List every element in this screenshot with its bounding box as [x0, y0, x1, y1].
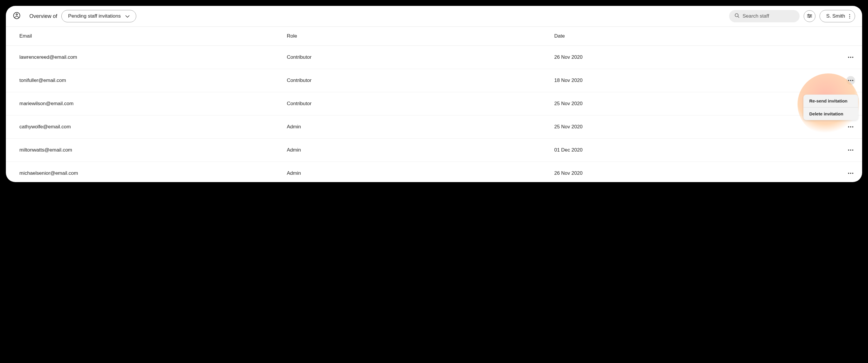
svg-point-5: [808, 14, 809, 15]
cell-role: Contributor: [287, 78, 554, 83]
user-menu-button[interactable]: S. Smith: [819, 10, 855, 22]
header-bar: Overview of Pending staff invitations: [6, 6, 862, 26]
cell-role: Contributor: [287, 54, 554, 60]
cell-role: Admin: [287, 170, 554, 176]
cell-actions: [788, 76, 855, 85]
table-row: tonifuller@email.comContributor18 Nov 20…: [6, 69, 862, 92]
table-row: michaelsenior@email.comAdmin26 Nov 2020: [6, 162, 862, 182]
cell-date: 25 Nov 2020: [554, 124, 788, 130]
overview-label: Overview of: [29, 13, 57, 20]
svg-point-2: [735, 13, 738, 17]
search-box[interactable]: [729, 10, 800, 22]
cell-actions: [788, 169, 855, 178]
cell-role: Contributor: [287, 101, 554, 107]
row-actions-button[interactable]: [846, 169, 855, 178]
app-window: Overview of Pending staff invitations: [6, 6, 862, 182]
row-actions-button[interactable]: [846, 122, 855, 131]
table-body: lawrencereed@email.comContributor26 Nov …: [6, 46, 862, 182]
cell-email: mariewilson@email.com: [20, 101, 287, 107]
table-row: mariewilson@email.comContributor25 Nov 2…: [6, 92, 862, 115]
column-header-actions: [788, 33, 855, 39]
table-header: Email Role Date: [6, 26, 862, 46]
row-actions-button[interactable]: [846, 53, 855, 62]
cell-date: 26 Nov 2020: [554, 54, 788, 60]
search-icon: [734, 13, 740, 20]
brand-logo-icon: [13, 12, 21, 21]
sliders-icon: [807, 14, 812, 19]
cell-email: miltonwatts@email.com: [20, 147, 287, 153]
cell-role: Admin: [287, 147, 554, 153]
filters-button[interactable]: [804, 10, 815, 22]
row-actions-button[interactable]: [846, 146, 855, 154]
cell-email: tonifuller@email.com: [20, 78, 287, 83]
view-dropdown-label: Pending staff invitations: [68, 13, 121, 19]
cell-role: Admin: [287, 124, 554, 130]
svg-line-3: [738, 17, 739, 18]
table-row: lawrencereed@email.comContributor26 Nov …: [6, 46, 862, 69]
resend-invitation-item[interactable]: Re-send invitation: [803, 95, 858, 108]
chevron-down-icon: [125, 13, 129, 19]
user-name-label: S. Smith: [826, 13, 845, 19]
svg-point-1: [16, 14, 18, 15]
column-header-email: Email: [20, 33, 287, 39]
cell-actions: [788, 122, 855, 131]
table-row: cathywolfe@email.comAdmin25 Nov 2020: [6, 115, 862, 139]
view-dropdown-button[interactable]: Pending staff invitations: [61, 10, 136, 22]
more-vertical-icon: [849, 14, 850, 19]
table-row: miltonwatts@email.comAdmin01 Dec 2020: [6, 139, 862, 162]
cell-date: 25 Nov 2020: [554, 101, 788, 107]
svg-point-9: [809, 17, 810, 17]
cell-date: 01 Dec 2020: [554, 147, 788, 153]
svg-point-0: [13, 12, 20, 19]
delete-invitation-item[interactable]: Delete invitation: [803, 108, 858, 120]
cell-date: 26 Nov 2020: [554, 170, 788, 176]
cell-email: michaelsenior@email.com: [20, 170, 287, 176]
cell-email: cathywolfe@email.com: [20, 124, 287, 130]
column-header-role: Role: [287, 33, 554, 39]
cell-email: lawrencereed@email.com: [20, 54, 287, 60]
search-input[interactable]: [743, 13, 794, 19]
row-actions-button[interactable]: [846, 76, 855, 85]
cell-actions: [788, 146, 855, 154]
column-header-date: Date: [554, 33, 788, 39]
cell-actions: [788, 53, 855, 62]
cell-date: 18 Nov 2020: [554, 78, 788, 83]
row-context-menu: Re-send invitation Delete invitation: [803, 95, 858, 120]
svg-point-7: [810, 15, 811, 16]
